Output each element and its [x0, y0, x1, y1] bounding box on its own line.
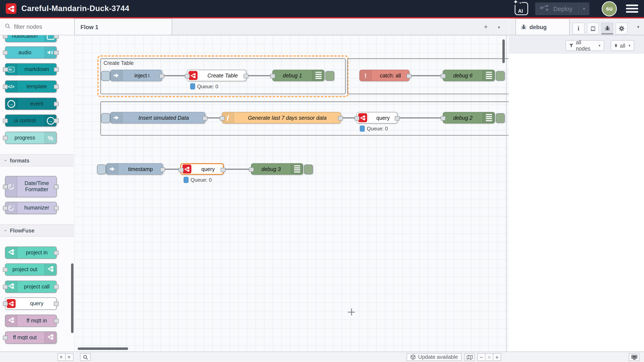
wire-inject2-func1[interactable]	[205, 117, 222, 119]
input-port[interactable]	[3, 50, 8, 55]
palette-node-pquery[interactable]: query	[5, 297, 57, 310]
wire-catchall-debug6[interactable]	[410, 75, 443, 76]
inject-button[interactable]	[97, 165, 106, 174]
input-port[interactable]	[3, 301, 8, 306]
palette-node-template[interactable]: </>template	[5, 80, 57, 93]
wire-inject3-query3[interactable]	[163, 169, 180, 170]
sidebar-help-button[interactable]	[587, 22, 599, 34]
output-port[interactable]	[160, 167, 165, 172]
input-port[interactable]	[185, 74, 190, 78]
input-port[interactable]	[3, 119, 8, 123]
input-port[interactable]	[3, 285, 8, 289]
output-port[interactable]	[54, 301, 59, 306]
flow-node-debug3[interactable]: debug 3	[251, 163, 303, 175]
input-port[interactable]	[220, 116, 225, 121]
flow-node-inject2[interactable]: Insert simulated Data	[110, 112, 205, 123]
output-port[interactable]	[202, 116, 208, 121]
palette-expand-all-button[interactable]: »	[66, 353, 74, 361]
debug-toggle-button[interactable]	[496, 113, 505, 123]
palette-node-markdown[interactable]: M↓markdown	[5, 63, 57, 75]
input-port[interactable]	[270, 74, 275, 78]
palette-node-projectout[interactable]: project out	[5, 263, 57, 276]
zoom-out-button[interactable]: −	[477, 353, 486, 361]
sidebar-debug-button[interactable]	[601, 22, 613, 34]
output-port[interactable]	[54, 251, 59, 255]
open-dashboard-button[interactable]	[629, 353, 640, 361]
sidebar-menu-chevron-icon[interactable]: ▾	[633, 22, 643, 31]
canvas-search-button[interactable]	[80, 353, 91, 361]
palette-node-ffmqttout[interactable]: ff mqtt out	[5, 331, 57, 344]
output-port[interactable]	[159, 74, 164, 78]
flow-list-chevron-icon[interactable]: ▾	[494, 22, 504, 31]
palette-section-flowfuse[interactable]: ›FlowFuse	[0, 224, 74, 237]
sidebar-config-button[interactable]	[616, 22, 628, 34]
flow-node-debug6[interactable]: debug 6	[443, 70, 495, 81]
input-port[interactable]	[3, 35, 8, 38]
input-port[interactable]	[440, 116, 446, 121]
wire-query3-debug3[interactable]	[224, 169, 251, 170]
input-port[interactable]	[3, 267, 8, 272]
output-port[interactable]	[54, 206, 59, 210]
flowfuse-logo-icon[interactable]	[6, 3, 16, 14]
palette-node-projectcall[interactable]: project call	[5, 281, 57, 293]
flow-node-inject3[interactable]: timestamp	[106, 163, 163, 175]
palette-filter-input[interactable]	[13, 23, 68, 30]
output-port[interactable]	[54, 319, 59, 323]
flow-canvas[interactable]: Create Tableinject1Create TableQueue: 0d…	[74, 35, 508, 352]
update-available-button[interactable]: Update available	[407, 353, 462, 361]
output-port[interactable]	[221, 168, 226, 172]
debug-clear-button[interactable]: all ▾	[611, 40, 634, 51]
main-menu-button[interactable]	[626, 4, 638, 13]
palette-collapse-all-button[interactable]: «	[58, 353, 66, 361]
user-avatar[interactable]: su	[602, 1, 617, 16]
canvas-horizontal-scrollbar[interactable]	[78, 347, 128, 350]
inject-button[interactable]	[101, 71, 110, 81]
output-port[interactable]	[244, 74, 248, 78]
output-port[interactable]	[54, 102, 59, 106]
wire-createtable-debug1[interactable]	[246, 75, 272, 76]
output-port[interactable]	[54, 119, 59, 123]
palette-node-event[interactable]: →event	[5, 98, 57, 110]
zoom-in-button[interactable]: +	[493, 353, 501, 361]
deploy-options-chevron-icon[interactable]: ▾	[578, 2, 589, 15]
wire-inject1-createtable[interactable]	[162, 75, 187, 76]
input-port[interactable]	[3, 184, 8, 189]
palette-node-audio[interactable]: audio	[5, 46, 57, 59]
palette-node-uicontrol[interactable]: ui control→	[5, 114, 57, 127]
palette-node-list[interactable]: notificationaudioM↓markdown</>template→e…	[0, 35, 74, 352]
wire-query2-debug2[interactable]	[398, 117, 443, 119]
input-port[interactable]	[3, 84, 8, 89]
output-port[interactable]	[394, 116, 400, 121]
debug-toggle-button[interactable]	[304, 165, 313, 174]
ai-assistant-button[interactable]: ✦ ✦ AI	[515, 2, 528, 15]
inject-button[interactable]	[101, 113, 110, 123]
deploy-button[interactable]: Deploy ▾	[535, 2, 589, 15]
zoom-reset-button[interactable]: ○	[485, 353, 494, 361]
output-port[interactable]	[406, 74, 412, 78]
flow-node-query2[interactable]: query	[356, 112, 398, 123]
output-port[interactable]	[54, 35, 59, 38]
add-flow-button[interactable]: +	[481, 22, 491, 31]
palette-node-progress[interactable]: progress%	[5, 132, 57, 144]
debug-messages-panel[interactable]	[509, 54, 644, 352]
palette-section-formats[interactable]: ›formats	[0, 154, 74, 167]
output-port[interactable]	[54, 50, 59, 55]
navigator-map-button[interactable]	[464, 353, 474, 361]
palette-scrollbar[interactable]	[71, 263, 74, 333]
flow-node-query3[interactable]: query	[180, 163, 224, 175]
flow-node-func1[interactable]: ƒGenerate last 7 days sensor data	[222, 112, 341, 123]
input-port[interactable]	[354, 116, 359, 121]
debug-toggle-button[interactable]	[496, 71, 505, 81]
output-port[interactable]	[54, 184, 59, 189]
flow-node-debug2[interactable]: debug 2	[443, 112, 495, 123]
flow-node-inject1[interactable]: inject1	[110, 70, 162, 81]
palette-node-ffmqttin[interactable]: ff mqtt in	[5, 315, 57, 327]
output-port[interactable]	[54, 285, 59, 289]
flow-node-debug1[interactable]: debug 1	[272, 70, 324, 81]
debug-filter-button[interactable]: all nodes ▾	[566, 40, 604, 51]
output-port[interactable]	[54, 67, 59, 72]
tab-flow-1[interactable]: Flow 1	[74, 18, 172, 35]
input-port[interactable]	[3, 206, 8, 210]
input-port[interactable]	[3, 67, 8, 72]
canvas-vertical-scrollbar[interactable]	[502, 39, 505, 63]
